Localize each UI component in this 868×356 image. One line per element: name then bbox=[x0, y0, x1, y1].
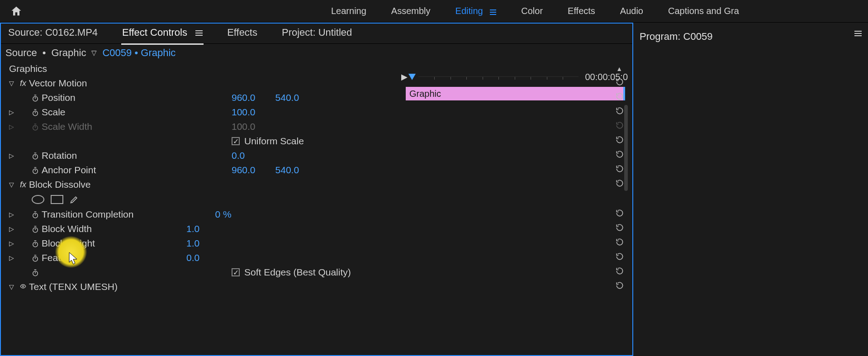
workspace-tab-audio[interactable]: Audio bbox=[620, 6, 643, 16]
prop-feather: ▷ Feather 0.0 bbox=[1, 251, 632, 265]
reset-icon[interactable] bbox=[615, 106, 624, 118]
twirl-right-icon[interactable]: ▷ bbox=[5, 225, 17, 233]
panel-menu-icon[interactable] bbox=[854, 31, 862, 36]
stopwatch-icon bbox=[31, 123, 39, 131]
workspace-tabs: Learning Assembly Editing Color Effects … bbox=[331, 6, 739, 16]
breadcrumb-source-item: Graphic bbox=[51, 47, 86, 59]
rectangle-mask-icon[interactable] bbox=[51, 195, 63, 204]
effect-text[interactable]: ▽ Text (TENX UMESH) bbox=[1, 280, 632, 294]
breadcrumb-sequence[interactable]: C0059 • Graphic bbox=[102, 47, 175, 59]
mask-shape-row bbox=[1, 192, 632, 207]
stopwatch-icon[interactable] bbox=[31, 108, 39, 116]
collapse-up-icon[interactable]: ▲ bbox=[616, 65, 622, 72]
property-list: ▽ fx Vector Motion Position 960.0 540.0 … bbox=[1, 76, 632, 294]
prop-label: Soft Edges (Best Quality) bbox=[244, 267, 351, 278]
reset-icon[interactable] bbox=[615, 209, 624, 220]
effect-label: Vector Motion bbox=[29, 78, 92, 89]
effect-controls-panel: Source: C0162.MP4 Effect Controls Effect… bbox=[0, 23, 633, 356]
eye-icon[interactable] bbox=[17, 282, 29, 292]
reset-icon[interactable] bbox=[615, 237, 624, 249]
value-block-height[interactable]: 1.0 bbox=[186, 238, 199, 249]
twirl-down-icon[interactable]: ▽ bbox=[5, 80, 17, 87]
reset-icon[interactable] bbox=[615, 223, 624, 234]
panel-tab-source[interactable]: Source: C0162.MP4 bbox=[7, 23, 99, 44]
checkbox-uniform-scale[interactable] bbox=[232, 137, 240, 145]
value-scale[interactable]: 100.0 bbox=[232, 107, 256, 118]
reset-icon bbox=[615, 121, 624, 132]
graphics-header-label: Graphics bbox=[9, 63, 47, 74]
workspace-tab-color[interactable]: Color bbox=[521, 6, 543, 16]
pen-mask-icon[interactable] bbox=[70, 195, 79, 204]
value-transition-completion[interactable]: 0 % bbox=[215, 209, 231, 220]
value-anchor-y[interactable]: 540.0 bbox=[275, 165, 299, 176]
fx-badge-icon[interactable]: fx bbox=[17, 180, 29, 190]
twirl-right-icon[interactable]: ▷ bbox=[5, 254, 17, 261]
program-panel: Program: C0059 bbox=[633, 23, 868, 356]
workspace-tab-editing[interactable]: Editing bbox=[455, 6, 497, 16]
prop-label: Scale bbox=[42, 107, 105, 118]
prop-label: Block Height bbox=[42, 238, 105, 249]
effect-vector-motion[interactable]: ▽ fx Vector Motion bbox=[1, 76, 632, 90]
reset-icon[interactable] bbox=[615, 92, 624, 103]
twirl-down-icon[interactable]: ▽ bbox=[5, 181, 17, 188]
workspace-tab-label: Editing bbox=[455, 6, 483, 16]
reset-icon[interactable] bbox=[615, 252, 624, 263]
stopwatch-icon[interactable] bbox=[31, 152, 39, 160]
stopwatch-icon[interactable] bbox=[31, 94, 39, 102]
workspace-tab-assembly[interactable]: Assembly bbox=[391, 6, 431, 16]
stopwatch-icon[interactable] bbox=[31, 210, 39, 218]
prop-label: Anchor Point bbox=[42, 165, 105, 176]
stopwatch-icon[interactable] bbox=[31, 166, 39, 174]
effect-label: Block Dissolve bbox=[29, 179, 92, 190]
reset-icon[interactable] bbox=[615, 135, 624, 147]
panel-tab-effects[interactable]: Effects bbox=[226, 23, 258, 44]
fx-badge-icon[interactable]: fx bbox=[17, 79, 29, 88]
prop-label: Rotation bbox=[42, 150, 105, 161]
stopwatch-icon[interactable] bbox=[31, 225, 39, 233]
value-block-width[interactable]: 1.0 bbox=[186, 223, 199, 234]
twirl-down-icon[interactable]: ▽ bbox=[5, 283, 17, 290]
prop-label: Uniform Scale bbox=[244, 136, 304, 147]
prop-label: Scale Width bbox=[42, 121, 105, 132]
value-scale-width: 100.0 bbox=[232, 121, 256, 132]
workspace-submenu-icon[interactable] bbox=[490, 8, 496, 15]
twirl-right-icon[interactable]: ▷ bbox=[5, 211, 17, 218]
twirl-right-icon[interactable]: ▷ bbox=[5, 123, 17, 130]
graphics-section-header: Graphics ▲ bbox=[1, 62, 632, 76]
vertical-scrollbar[interactable] bbox=[624, 105, 628, 191]
stopwatch-icon[interactable] bbox=[31, 239, 39, 247]
workspace-tab-learning[interactable]: Learning bbox=[331, 6, 366, 16]
reset-icon[interactable] bbox=[615, 164, 624, 176]
workspace-tab-effects[interactable]: Effects bbox=[568, 6, 595, 16]
reset-icon[interactable] bbox=[615, 150, 624, 161]
app-topbar: Learning Assembly Editing Color Effects … bbox=[0, 0, 868, 23]
value-rotation[interactable]: 0.0 bbox=[232, 150, 245, 161]
stopwatch-icon[interactable] bbox=[31, 254, 39, 262]
panel-tabs: Source: C0162.MP4 Effect Controls Effect… bbox=[1, 24, 632, 43]
checkbox-soft-edges[interactable] bbox=[232, 268, 240, 276]
prop-uniform-scale: Uniform Scale bbox=[1, 134, 632, 148]
twirl-right-icon[interactable]: ▷ bbox=[5, 109, 17, 116]
value-position-x[interactable]: 960.0 bbox=[232, 92, 256, 103]
value-anchor-x[interactable]: 960.0 bbox=[232, 165, 256, 176]
prop-label: Block Width bbox=[42, 223, 105, 234]
workspace-tab-captions[interactable]: Captions and Gra bbox=[668, 6, 739, 16]
panel-tab-menu-icon[interactable] bbox=[195, 30, 203, 36]
prop-label: Feather bbox=[42, 252, 105, 263]
reset-icon[interactable] bbox=[615, 281, 624, 292]
chevron-down-icon[interactable]: ▽ bbox=[91, 49, 97, 57]
reset-icon[interactable] bbox=[615, 179, 624, 190]
twirl-right-icon[interactable]: ▷ bbox=[5, 152, 17, 159]
value-feather[interactable]: 0.0 bbox=[186, 252, 199, 263]
home-icon[interactable] bbox=[9, 5, 24, 18]
reset-icon[interactable] bbox=[615, 266, 624, 278]
panel-tab-effect-controls[interactable]: Effect Controls bbox=[121, 23, 204, 44]
ellipse-mask-icon[interactable] bbox=[32, 195, 44, 204]
effect-block-dissolve[interactable]: ▽ fx Block Dissolve bbox=[1, 177, 632, 192]
stopwatch-icon[interactable] bbox=[31, 268, 39, 276]
twirl-right-icon[interactable]: ▷ bbox=[5, 240, 17, 247]
prop-block-height: ▷ Block Height 1.0 bbox=[1, 236, 632, 251]
value-position-y[interactable]: 540.0 bbox=[275, 92, 299, 103]
reset-icon[interactable] bbox=[615, 77, 624, 89]
panel-tab-project[interactable]: Project: Untitled bbox=[281, 23, 353, 44]
